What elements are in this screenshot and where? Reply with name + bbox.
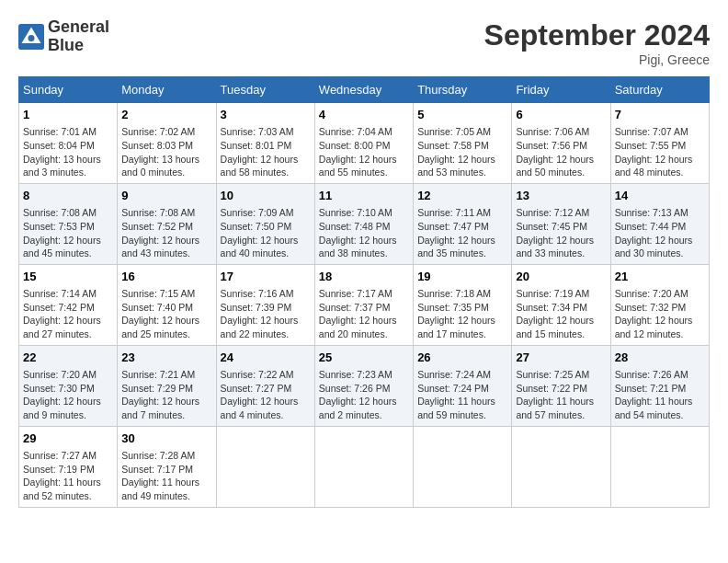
day-number: 5 [417,107,507,123]
day-number: 12 [417,188,507,204]
calendar-cell: 21Sunrise: 7:20 AM Sunset: 7:32 PM Dayli… [610,264,709,345]
calendar-cell: 20Sunrise: 7:19 AM Sunset: 7:34 PM Dayli… [512,264,610,345]
calendar-cell: 27Sunrise: 7:25 AM Sunset: 7:22 PM Dayli… [512,345,610,426]
day-number: 21 [615,269,705,285]
day-info: Sunrise: 7:11 AM Sunset: 7:47 PM Dayligh… [417,206,507,260]
month-title: September 2024 [484,18,710,52]
calendar-cell: 1Sunrise: 7:01 AM Sunset: 8:04 PM Daylig… [19,103,118,184]
logo: General Blue [18,18,109,55]
calendar-cell: 3Sunrise: 7:03 AM Sunset: 8:01 PM Daylig… [216,103,314,184]
day-number: 17 [221,269,311,285]
day-number: 15 [23,269,113,285]
day-number: 9 [121,188,211,204]
logo-icon [18,24,44,50]
calendar-cell: 9Sunrise: 7:08 AM Sunset: 7:52 PM Daylig… [118,183,216,264]
header-sunday: Sunday [19,77,118,103]
day-number: 27 [516,350,606,366]
svg-point-2 [28,35,35,41]
calendar-cell: 15Sunrise: 7:14 AM Sunset: 7:42 PM Dayli… [19,264,118,345]
header-thursday: Thursday [414,77,512,103]
day-number: 29 [23,431,113,447]
day-info: Sunrise: 7:01 AM Sunset: 8:04 PM Dayligh… [23,125,113,179]
day-number: 16 [121,269,211,285]
day-info: Sunrise: 7:10 AM Sunset: 7:48 PM Dayligh… [319,206,409,260]
day-info: Sunrise: 7:09 AM Sunset: 7:50 PM Dayligh… [221,206,311,260]
day-info: Sunrise: 7:26 AM Sunset: 7:21 PM Dayligh… [615,368,705,422]
day-info: Sunrise: 7:14 AM Sunset: 7:42 PM Dayligh… [23,287,113,341]
calendar-cell: 10Sunrise: 7:09 AM Sunset: 7:50 PM Dayli… [216,183,314,264]
day-info: Sunrise: 7:12 AM Sunset: 7:45 PM Dayligh… [516,206,606,260]
day-info: Sunrise: 7:17 AM Sunset: 7:37 PM Dayligh… [319,287,409,341]
day-info: Sunrise: 7:03 AM Sunset: 8:01 PM Dayligh… [221,125,311,179]
calendar-week-row: 15Sunrise: 7:14 AM Sunset: 7:42 PM Dayli… [19,264,710,345]
calendar-week-row: 8Sunrise: 7:08 AM Sunset: 7:53 PM Daylig… [19,183,710,264]
day-number: 18 [319,269,409,285]
page-header: General Blue September 2024 Pigi, Greece [18,18,710,67]
day-info: Sunrise: 7:13 AM Sunset: 7:44 PM Dayligh… [615,206,705,260]
calendar-week-row: 22Sunrise: 7:20 AM Sunset: 7:30 PM Dayli… [19,345,710,426]
day-number: 23 [121,350,211,366]
day-info: Sunrise: 7:20 AM Sunset: 7:32 PM Dayligh… [615,287,705,341]
day-number: 14 [615,188,705,204]
day-info: Sunrise: 7:20 AM Sunset: 7:30 PM Dayligh… [23,368,113,422]
calendar-cell: 2Sunrise: 7:02 AM Sunset: 8:03 PM Daylig… [118,103,216,184]
calendar-cell: 29Sunrise: 7:27 AM Sunset: 7:19 PM Dayli… [19,426,118,507]
calendar-cell: 6Sunrise: 7:06 AM Sunset: 7:56 PM Daylig… [512,103,610,184]
day-info: Sunrise: 7:22 AM Sunset: 7:27 PM Dayligh… [221,368,311,422]
calendar-cell: 17Sunrise: 7:16 AM Sunset: 7:39 PM Dayli… [216,264,314,345]
header-friday: Friday [512,77,610,103]
day-number: 13 [516,188,606,204]
day-info: Sunrise: 7:18 AM Sunset: 7:35 PM Dayligh… [417,287,507,341]
day-number: 22 [23,350,113,366]
calendar-cell [610,426,709,507]
calendar-table: SundayMondayTuesdayWednesdayThursdayFrid… [18,76,710,508]
calendar-cell: 22Sunrise: 7:20 AM Sunset: 7:30 PM Dayli… [19,345,118,426]
calendar-header-row: SundayMondayTuesdayWednesdayThursdayFrid… [19,77,710,103]
title-block: September 2024 Pigi, Greece [484,18,710,67]
day-number: 8 [23,188,113,204]
calendar-cell: 14Sunrise: 7:13 AM Sunset: 7:44 PM Dayli… [610,183,709,264]
location: Pigi, Greece [484,52,710,67]
calendar-cell: 12Sunrise: 7:11 AM Sunset: 7:47 PM Dayli… [414,183,512,264]
day-info: Sunrise: 7:08 AM Sunset: 7:53 PM Dayligh… [23,206,113,260]
calendar-cell [216,426,314,507]
header-saturday: Saturday [610,77,709,103]
header-tuesday: Tuesday [216,77,314,103]
day-info: Sunrise: 7:05 AM Sunset: 7:58 PM Dayligh… [417,125,507,179]
calendar-cell: 19Sunrise: 7:18 AM Sunset: 7:35 PM Dayli… [414,264,512,345]
calendar-cell: 30Sunrise: 7:28 AM Sunset: 7:17 PM Dayli… [118,426,216,507]
calendar-cell: 5Sunrise: 7:05 AM Sunset: 7:58 PM Daylig… [414,103,512,184]
day-info: Sunrise: 7:04 AM Sunset: 8:00 PM Dayligh… [319,125,409,179]
day-info: Sunrise: 7:21 AM Sunset: 7:29 PM Dayligh… [121,368,211,422]
day-info: Sunrise: 7:25 AM Sunset: 7:22 PM Dayligh… [516,368,606,422]
day-number: 30 [121,431,211,447]
calendar-cell: 18Sunrise: 7:17 AM Sunset: 7:37 PM Dayli… [314,264,413,345]
day-info: Sunrise: 7:15 AM Sunset: 7:40 PM Dayligh… [121,287,211,341]
day-number: 2 [121,107,211,123]
calendar-cell: 11Sunrise: 7:10 AM Sunset: 7:48 PM Dayli… [314,183,413,264]
calendar-cell: 24Sunrise: 7:22 AM Sunset: 7:27 PM Dayli… [216,345,314,426]
calendar-cell: 4Sunrise: 7:04 AM Sunset: 8:00 PM Daylig… [314,103,413,184]
day-number: 11 [319,188,409,204]
calendar-cell: 26Sunrise: 7:24 AM Sunset: 7:24 PM Dayli… [414,345,512,426]
day-number: 24 [221,350,311,366]
day-number: 3 [221,107,311,123]
day-number: 4 [319,107,409,123]
day-number: 28 [615,350,705,366]
day-info: Sunrise: 7:24 AM Sunset: 7:24 PM Dayligh… [417,368,507,422]
day-info: Sunrise: 7:19 AM Sunset: 7:34 PM Dayligh… [516,287,606,341]
day-number: 25 [319,350,409,366]
calendar-cell: 28Sunrise: 7:26 AM Sunset: 7:21 PM Dayli… [610,345,709,426]
header-wednesday: Wednesday [314,77,413,103]
day-info: Sunrise: 7:08 AM Sunset: 7:52 PM Dayligh… [121,206,211,260]
day-number: 7 [615,107,705,123]
calendar-week-row: 1Sunrise: 7:01 AM Sunset: 8:04 PM Daylig… [19,103,710,184]
day-info: Sunrise: 7:27 AM Sunset: 7:19 PM Dayligh… [23,449,113,503]
calendar-cell: 13Sunrise: 7:12 AM Sunset: 7:45 PM Dayli… [512,183,610,264]
calendar-week-row: 29Sunrise: 7:27 AM Sunset: 7:19 PM Dayli… [19,426,710,507]
logo-text: General Blue [48,18,109,55]
day-info: Sunrise: 7:23 AM Sunset: 7:26 PM Dayligh… [319,368,409,422]
calendar-cell: 8Sunrise: 7:08 AM Sunset: 7:53 PM Daylig… [19,183,118,264]
day-number: 26 [417,350,507,366]
calendar-cell: 7Sunrise: 7:07 AM Sunset: 7:55 PM Daylig… [610,103,709,184]
